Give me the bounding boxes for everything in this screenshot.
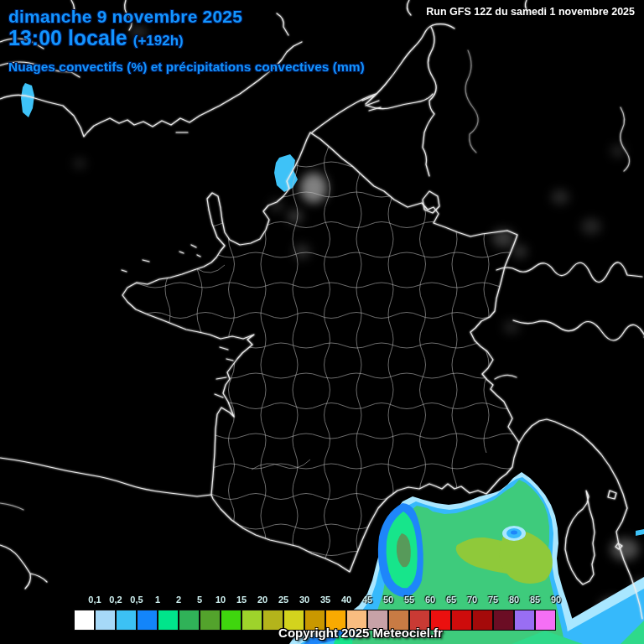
model-run-info: Run GFS 12Z du samedi 1 novembre 2025 xyxy=(426,6,635,18)
legend-threshold-label: 90 xyxy=(551,595,561,605)
map-parameter-title: Nuages convectifs (%) et précipitations … xyxy=(8,60,365,75)
legend-threshold-label: 0,5 xyxy=(130,595,143,605)
legend-swatch xyxy=(472,610,493,631)
legend-threshold-label: 80 xyxy=(509,595,519,605)
precipitation-cells-channel xyxy=(21,83,644,536)
legend-swatch xyxy=(179,610,200,631)
legend-swatch xyxy=(451,610,472,631)
forecast-time: 13:00 locale(+192h) xyxy=(8,26,184,50)
legend-swatch xyxy=(74,610,95,631)
forecast-date: dimanche 9 novembre 2025 xyxy=(8,7,242,27)
france-weather-map xyxy=(0,0,644,644)
legend-swatch xyxy=(158,610,179,631)
legend-threshold-label: 5 xyxy=(197,595,202,605)
legend-threshold-label: 2 xyxy=(176,595,181,605)
legend-swatch xyxy=(116,610,137,631)
legend-threshold-label: 20 xyxy=(257,595,267,605)
legend-threshold-label: 70 xyxy=(467,595,477,605)
legend-threshold-label: 35 xyxy=(320,595,330,605)
forecast-time-label: 13:00 locale xyxy=(8,26,127,49)
legend-threshold-label: 0,2 xyxy=(109,595,122,605)
legend-threshold-label: 10 xyxy=(216,595,226,605)
legend-threshold-label: 50 xyxy=(383,595,393,605)
copyright-notice: Copyright 2025 Meteociel.fr xyxy=(278,626,443,640)
legend-threshold-label: 40 xyxy=(341,595,351,605)
forecast-hour-offset: (+192h) xyxy=(133,33,184,49)
legend-threshold-label: 30 xyxy=(299,595,309,605)
legend-threshold-label: 15 xyxy=(236,595,247,605)
legend-threshold-label: 0,1 xyxy=(88,595,101,605)
legend-swatch xyxy=(221,610,242,631)
legend-swatch xyxy=(242,610,262,631)
weather-map-page: dimanche 9 novembre 2025 13:00 locale(+1… xyxy=(0,0,644,644)
legend-threshold-label: 65 xyxy=(446,595,456,605)
legend-threshold-label: 85 xyxy=(530,595,540,605)
legend-swatch xyxy=(200,610,221,631)
legend-swatch xyxy=(514,610,535,631)
legend-swatch xyxy=(535,610,556,631)
legend-threshold-label: 55 xyxy=(404,595,414,605)
legend-swatch xyxy=(95,610,116,631)
legend-threshold-label: 25 xyxy=(278,595,288,605)
legend-threshold-label: 45 xyxy=(362,595,372,605)
legend-threshold-label: 60 xyxy=(425,595,435,605)
legend-threshold-label: 75 xyxy=(488,595,498,605)
legend-threshold-label: 1 xyxy=(155,595,160,605)
legend-swatch xyxy=(137,610,158,631)
legend-swatch xyxy=(493,610,514,631)
